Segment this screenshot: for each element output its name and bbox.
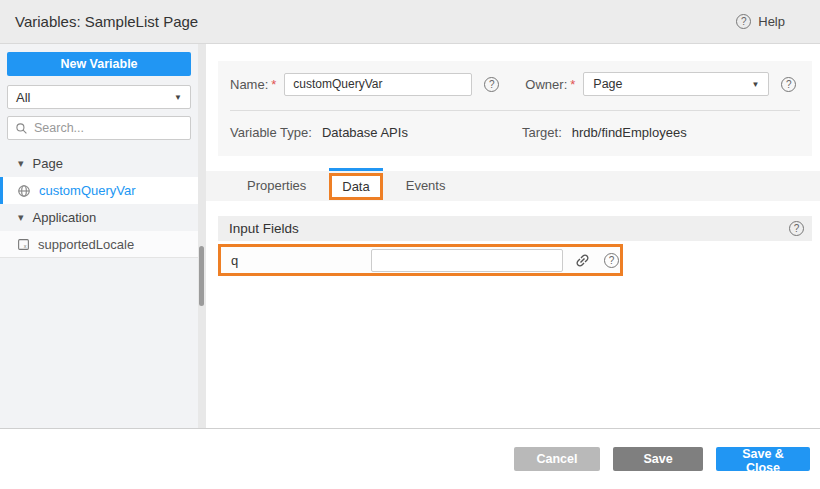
help-label: Help: [758, 14, 785, 29]
locale-variable-icon: x: [17, 238, 30, 251]
name-help-icon[interactable]: ?: [484, 77, 499, 92]
variable-type-label: Variable Type:: [230, 125, 312, 140]
search-icon: [15, 122, 28, 135]
link-icon: [574, 252, 591, 269]
active-tab-indicator: [329, 168, 382, 171]
dialog-header: Variables: SampleList Page ? Help: [0, 0, 820, 44]
required-marker: *: [271, 77, 276, 92]
caret-down-icon: ▾: [18, 157, 24, 170]
variable-summary-panel: Name: * ? Owner: * Page ▼ ? Variable Typ…: [218, 61, 812, 156]
required-marker: *: [570, 77, 575, 92]
chevron-down-icon: ▼: [174, 93, 182, 102]
input-fields-list: q ?: [218, 244, 812, 276]
detail-tabbar: Properties Data Events: [206, 171, 820, 201]
variable-filter-value: All: [16, 90, 30, 105]
variable-search: [7, 116, 191, 140]
field-input-q[interactable]: [371, 249, 563, 272]
input-fields-title: Input Fields: [229, 221, 299, 236]
caret-down-icon: ▾: [18, 211, 24, 224]
variable-detail-pane: Name: * ? Owner: * Page ▼ ? Variable Typ…: [206, 44, 820, 428]
save-and-close-button[interactable]: Save & Close: [716, 447, 810, 471]
new-variable-button[interactable]: New Variable: [7, 52, 191, 76]
service-variable-icon: [17, 184, 31, 198]
field-help-icon[interactable]: ?: [604, 253, 619, 268]
tab-data[interactable]: Data: [329, 173, 382, 200]
panel-divider: [230, 110, 800, 111]
svg-text:x: x: [24, 243, 27, 249]
tab-events[interactable]: Events: [392, 171, 460, 201]
variables-dialog: Variables: SampleList Page ? Help New Va…: [0, 0, 820, 489]
owner-help-icon[interactable]: ?: [781, 77, 796, 92]
name-label: Name:: [230, 77, 268, 92]
variable-filter-select[interactable]: All ▼: [7, 85, 191, 109]
chevron-down-icon: ▼: [751, 80, 759, 89]
tree-group-page[interactable]: ▾ Page: [0, 150, 198, 177]
tree-item-customqueryvar[interactable]: customQueryVar: [0, 177, 198, 204]
target-value: hrdb/findEmployees: [572, 125, 687, 140]
input-fields-header: Input Fields ?: [218, 216, 812, 241]
variable-type-value: Database APIs: [322, 125, 408, 140]
name-field[interactable]: [284, 73, 472, 96]
field-label-q: q: [231, 253, 371, 268]
input-fields-help-icon[interactable]: ?: [789, 221, 804, 236]
cancel-button[interactable]: Cancel: [514, 447, 600, 471]
page-title: Variables: SampleList Page: [15, 13, 198, 30]
sidebar-scrollbar-track[interactable]: [198, 44, 206, 428]
search-input[interactable]: [34, 121, 183, 135]
tab-properties[interactable]: Properties: [233, 171, 320, 201]
owner-value: Page: [593, 77, 622, 91]
bind-field-button[interactable]: [574, 252, 591, 269]
tree-item-supportedlocale[interactable]: x supportedLocale: [0, 231, 198, 258]
tree-group-application[interactable]: ▾ Application: [0, 204, 198, 231]
help-button[interactable]: ? Help: [736, 14, 785, 29]
owner-label: Owner:: [525, 77, 567, 92]
save-button[interactable]: Save: [613, 447, 703, 471]
variables-tree: ▾ Page customQueryVar ▾ Application: [0, 150, 198, 258]
input-field-row-q: q ?: [218, 244, 623, 276]
owner-select[interactable]: Page ▼: [583, 72, 769, 96]
dialog-footer: Cancel Save Save & Close: [0, 429, 820, 489]
sidebar-scrollbar-thumb[interactable]: [199, 246, 204, 306]
variables-sidebar: New Variable All ▼ ▾ Page: [0, 44, 198, 428]
help-icon: ?: [736, 14, 751, 29]
target-label: Target:: [522, 125, 562, 140]
